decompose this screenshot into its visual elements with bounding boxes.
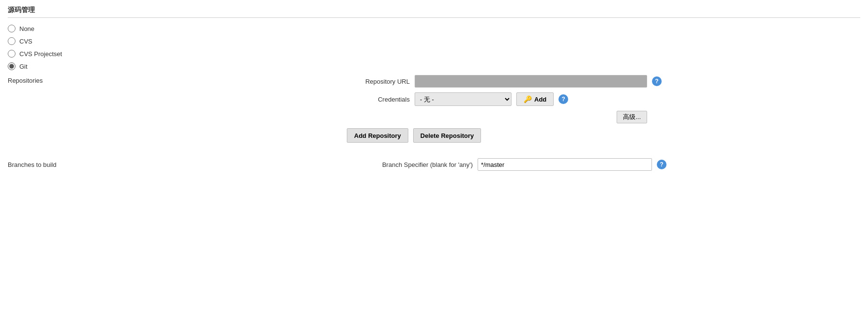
repositories-form: Repository URL ? Credentials - 无 - 🔑 Add… [347, 75, 662, 143]
branch-specifier-label: Branch Specifier (blank for 'any') [347, 161, 473, 168]
repo-url-row: Repository URL ? [347, 75, 662, 88]
credentials-help-icon[interactable]: ? [558, 94, 568, 104]
radio-none-input[interactable] [8, 25, 16, 32]
credentials-select[interactable]: - 无 - [415, 92, 512, 106]
add-repository-button[interactable]: Add Repository [347, 128, 408, 143]
radio-git-label: Git [19, 63, 28, 70]
credentials-row: Credentials - 无 - 🔑 Add ? [347, 92, 662, 106]
key-icon: 🔑 [524, 95, 532, 103]
repo-url-help-icon[interactable]: ? [652, 76, 662, 86]
radio-cvs-label: CVS [19, 38, 32, 45]
repo-action-buttons-row: Add Repository Delete Repository [347, 128, 662, 143]
branches-row: Branches to build Branch Specifier (blan… [8, 158, 860, 171]
credentials-label: Credentials [347, 96, 410, 103]
repositories-label: Repositories [8, 75, 66, 84]
radio-cvs-projectset-label: CVS Projectset [19, 50, 62, 58]
radio-cvs[interactable]: CVS [8, 37, 860, 45]
scm-radio-group: None CVS CVS Projectset Git [8, 25, 860, 70]
source-management-section: 源码管理 None CVS CVS Projectset Git Reposit… [0, 0, 868, 177]
repo-url-input[interactable] [415, 75, 647, 88]
add-credentials-button[interactable]: 🔑 Add [516, 92, 554, 106]
radio-git[interactable]: Git [8, 62, 860, 70]
branch-specifier-input[interactable] [478, 158, 652, 171]
radio-cvs-input[interactable] [8, 37, 16, 45]
add-credentials-label: Add [534, 96, 546, 103]
advanced-row: 高级... [347, 111, 662, 123]
branch-specifier-help-icon[interactable]: ? [657, 160, 666, 169]
delete-repository-button[interactable]: Delete Repository [413, 128, 481, 143]
repositories-row: Repositories Repository URL ? Credential… [8, 75, 860, 143]
radio-cvs-projectset-input[interactable] [8, 50, 16, 58]
radio-none-label: None [19, 25, 34, 32]
branches-label: Branches to build [8, 161, 66, 168]
branches-form: Branch Specifier (blank for 'any') ? [347, 158, 666, 171]
radio-cvs-projectset[interactable]: CVS Projectset [8, 50, 860, 58]
radio-none[interactable]: None [8, 25, 860, 32]
advanced-button[interactable]: 高级... [617, 111, 647, 123]
radio-git-input[interactable] [8, 62, 16, 70]
section-divider [8, 17, 860, 18]
section-title: 源码管理 [8, 6, 860, 15]
repo-url-label: Repository URL [347, 78, 410, 85]
